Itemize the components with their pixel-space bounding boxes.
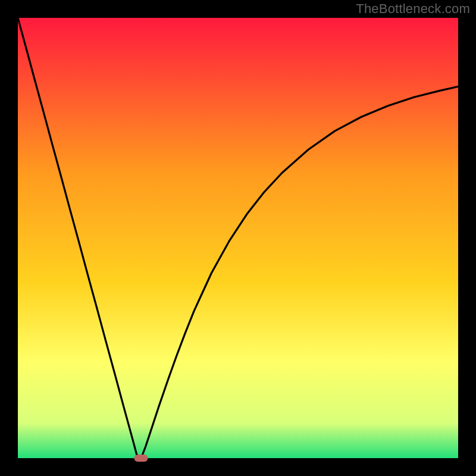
plot-area (18, 18, 458, 458)
svg-rect-0 (18, 18, 458, 458)
background-gradient (18, 18, 458, 458)
optimal-marker (134, 455, 148, 462)
attribution-text: TheBottleneck.com (356, 1, 470, 17)
chart-frame: TheBottleneck.com (0, 0, 476, 476)
